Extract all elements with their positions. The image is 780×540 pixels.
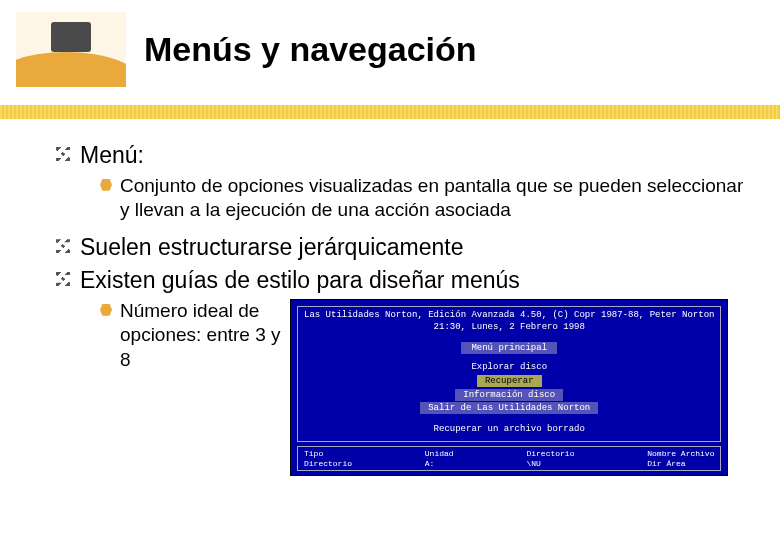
dos-status-bar: Tipo Directorio Unidad A: Directorio \NU… <box>297 446 721 471</box>
bullet-hierarchy: Suelen estructurarse jerárquicamente <box>80 233 464 262</box>
dos-status-drive: Unidad A: <box>425 449 454 468</box>
sub-bullet-icon <box>100 179 112 191</box>
sub-bullet-definition: Conjunto de opciones visualizadas en pan… <box>120 174 744 223</box>
dos-item-recover: Recuperar <box>477 375 542 387</box>
dos-status-type: Tipo Directorio <box>304 449 352 468</box>
bullet-icon <box>56 239 70 253</box>
bullet-icon <box>56 147 70 161</box>
bullet-menu: Menú: <box>80 141 144 170</box>
dos-item-explore: Explorar disco <box>463 361 555 373</box>
dos-status-file: Nombre Archivo Dir Área <box>647 449 714 468</box>
sub-bullet-icon <box>100 304 112 316</box>
dos-footer-desc: Recuperar un archivo borrado <box>304 424 714 435</box>
slide-logo <box>16 12 126 87</box>
dos-menu-title: Menú principal <box>461 342 557 354</box>
dos-menu-screenshot: Las Utilidades Norton, Edición Avanzada … <box>290 299 728 477</box>
dos-date: 21:30, Lunes, 2 Febrero 1998 <box>304 322 714 333</box>
divider-bar <box>0 105 780 119</box>
slide-title: Menús y navegación <box>144 30 477 69</box>
dos-item-exit: Salir de Las Utilidades Norton <box>420 402 598 414</box>
bullet-icon <box>56 272 70 286</box>
bullet-styleguides: Existen guías de estilo para diseñar men… <box>80 266 520 295</box>
dos-status-dir: Directorio \NU <box>526 449 574 468</box>
sub-bullet-options: Número ideal de opciones: entre 3 y 8 <box>120 299 290 373</box>
dos-item-info: Información disco <box>455 389 563 401</box>
dos-header: Las Utilidades Norton, Edición Avanzada … <box>304 310 714 321</box>
